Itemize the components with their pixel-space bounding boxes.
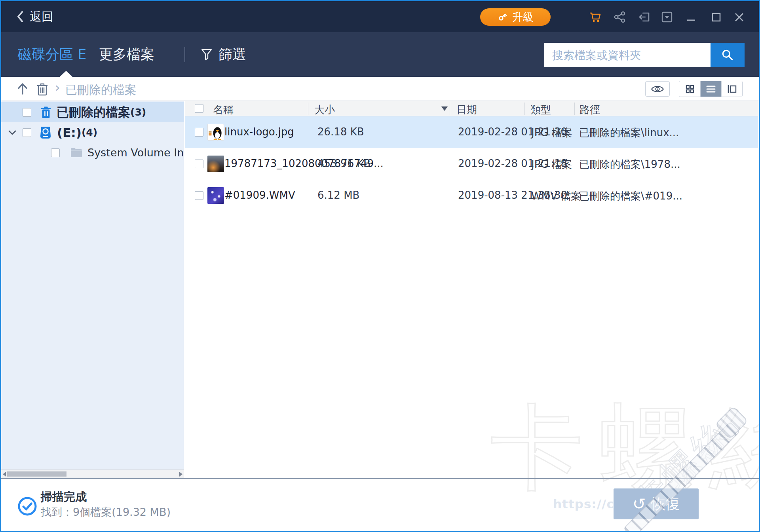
file-path: 已刪除的檔案\#019...	[579, 189, 682, 203]
upgrade-label: 升級	[512, 10, 534, 24]
eye-icon	[651, 84, 664, 94]
maximize-button[interactable]	[710, 11, 723, 23]
scan-summary-text: 找到：9個檔案(19.32 MB)	[41, 505, 171, 519]
chevron-down-icon[interactable]	[8, 130, 16, 135]
share-icon[interactable]	[614, 11, 626, 23]
view-grid-button[interactable]	[679, 81, 700, 97]
app-window: 返回 升級	[0, 0, 760, 532]
folder-icon	[70, 147, 83, 158]
tree-checkbox-deleted-files[interactable]	[23, 108, 31, 117]
drive-icon	[40, 126, 51, 139]
scan-complete-icon	[17, 496, 38, 517]
tree-count: (4)	[82, 127, 97, 138]
funnel-icon	[201, 48, 212, 61]
file-type: JPG 檔案	[531, 158, 572, 171]
chevron-left-icon	[17, 11, 23, 22]
file-type: JPG 檔案	[531, 126, 572, 140]
tree-item-system-volume[interactable]: System Volume Inform	[1, 142, 184, 163]
tree-label: (E:)	[57, 125, 82, 140]
table-header: 名稱 大小 日期 類型 路徑	[185, 101, 759, 116]
column-view-icon	[727, 84, 737, 94]
back-label: 返回	[30, 9, 53, 25]
key-icon	[497, 12, 507, 22]
file-thumbnail-photo	[207, 156, 224, 172]
trash-icon	[40, 106, 52, 119]
up-arrow-icon[interactable]	[17, 82, 28, 95]
restore-icon: ↺	[633, 496, 646, 512]
scan-status-text: 掃描完成	[41, 489, 87, 505]
statusbar-divider	[1, 478, 759, 479]
tab-bar: 磁碟分區 E 更多檔案 篩選	[1, 32, 759, 77]
scroll-left-arrow[interactable]	[3, 472, 6, 477]
search-box	[544, 43, 745, 67]
tree-label: System Volume Inform	[87, 146, 183, 159]
row-checkbox[interactable]	[195, 128, 203, 137]
view-mode-group	[679, 81, 743, 97]
view-list-button[interactable]	[700, 81, 721, 97]
table-row[interactable]: #01909.WMV 6.12 MB 2019-08-13 21:35:30 W…	[185, 180, 758, 211]
file-thumbnail-video	[207, 187, 224, 204]
table-row[interactable]: 19787173_10208007876749... 453.91 KB 201…	[185, 148, 758, 180]
close-button[interactable]	[733, 11, 746, 23]
search-input[interactable]	[544, 43, 711, 67]
tree-label: 已刪除的檔案	[57, 104, 130, 121]
row-checkbox[interactable]	[195, 191, 203, 200]
trash-icon[interactable]	[36, 82, 49, 96]
file-path: 已刪除的檔案\linux...	[579, 126, 679, 140]
select-all-checkbox[interactable]	[195, 104, 203, 113]
dropdown-menu-icon[interactable]	[661, 11, 673, 23]
file-thumbnail-linux	[207, 124, 224, 141]
file-size: 26.18 KB	[317, 126, 364, 138]
breadcrumb-separator: ›	[55, 80, 60, 95]
active-tab-notch	[60, 71, 72, 77]
file-size: 453.91 KB	[317, 158, 370, 169]
scroll-right-arrow[interactable]	[179, 472, 182, 477]
table-row[interactable]: linux-logo.jpg 26.18 KB 2019-02-28 01:21…	[185, 116, 758, 148]
row-checkbox[interactable]	[195, 160, 203, 168]
sort-descending-icon[interactable]	[441, 106, 448, 111]
file-type: WMV 檔案	[531, 189, 581, 203]
tree-checkbox-system-volume[interactable]	[51, 148, 60, 157]
upgrade-button[interactable]: 升級	[480, 8, 551, 26]
cart-icon[interactable]	[589, 11, 601, 23]
back-button[interactable]: 返回	[17, 1, 53, 32]
breadcrumb-current: 已刪除的檔案	[65, 82, 137, 98]
column-header-type[interactable]: 類型	[530, 103, 551, 117]
view-column-button[interactable]	[721, 81, 742, 97]
file-list-panel: 名稱 大小 日期 類型 路徑	[185, 101, 759, 478]
file-name: #01909.WMV	[224, 189, 295, 201]
search-button[interactable]	[711, 43, 745, 67]
exit-icon[interactable]	[638, 11, 651, 23]
breadcrumb-bar: › 已刪除的檔案	[1, 77, 759, 101]
title-bar: 返回 升級	[1, 1, 759, 32]
list-view-icon	[706, 84, 716, 94]
sidebar-horizontal-scrollbar[interactable]	[1, 469, 184, 478]
column-header-date[interactable]: 日期	[456, 103, 477, 117]
folder-tree-sidebar: 已刪除的檔案 (3) (E:) (4)	[1, 101, 184, 478]
tree-item-drive-e[interactable]: (E:) (4)	[1, 122, 184, 142]
tree-count: (3)	[130, 106, 146, 118]
tree-item-deleted-files[interactable]: 已刪除的檔案 (3)	[1, 102, 184, 122]
tree-checkbox-drive-e[interactable]	[23, 128, 31, 137]
column-header-size[interactable]: 大小	[314, 103, 335, 117]
search-icon	[721, 48, 734, 62]
file-name: linux-logo.jpg	[224, 126, 294, 138]
tab-partition-e[interactable]: 磁碟分區 E	[18, 32, 86, 77]
file-path: 已刪除的檔案\1978...	[579, 158, 680, 171]
column-header-path[interactable]: 路徑	[580, 103, 600, 117]
recover-button[interactable]: ↺ 恢復	[614, 488, 699, 519]
column-header-name[interactable]: 名稱	[213, 103, 234, 117]
file-size: 6.12 MB	[317, 189, 359, 201]
filter-button[interactable]: 篩選	[201, 32, 246, 77]
scrollbar-thumb[interactable]	[7, 471, 66, 477]
tab-more-files[interactable]: 更多檔案	[99, 32, 154, 77]
tab-divider	[184, 47, 185, 62]
grid-view-icon	[685, 84, 695, 94]
minimize-button[interactable]	[685, 11, 698, 23]
preview-toggle-button[interactable]	[645, 81, 670, 97]
